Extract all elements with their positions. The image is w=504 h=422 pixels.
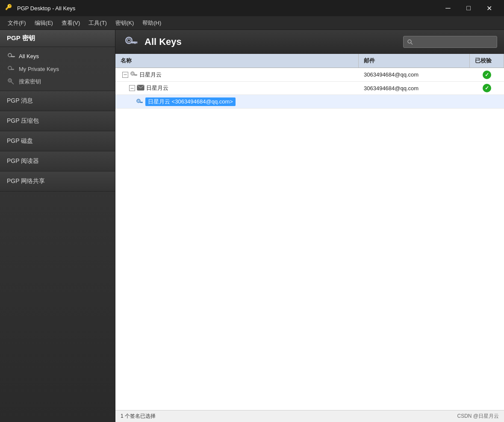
svg-point-10 <box>127 39 130 42</box>
my-private-keys-icon <box>7 65 15 73</box>
menu-tools[interactable]: 工具(T) <box>84 18 111 29</box>
titlebar: 🔑 PGP Desktop - All Keys ─ □ ✕ <box>0 0 504 16</box>
svg-point-22 <box>137 99 140 103</box>
menubar: 文件(F) 编辑(E) 查看(V) 工具(T) 密钥(K) 帮助(H) <box>0 16 504 30</box>
sidebar-search-keys-label: 搜索密钥 <box>19 78 41 86</box>
email-cell <box>359 100 470 104</box>
minimize-button[interactable]: ─ <box>438 1 458 15</box>
svg-point-14 <box>408 40 411 43</box>
menu-file[interactable]: 文件(F) <box>3 18 30 29</box>
svg-point-6 <box>8 79 12 82</box>
keys-table: 名称 邮件 已校验 ─ <box>115 54 504 410</box>
maximize-button[interactable]: □ <box>459 1 478 15</box>
svg-point-7 <box>9 80 11 81</box>
sidebar: PGP 密钥 All Keys <box>0 30 115 422</box>
email-cell: 3063494684@qq.com <box>359 69 470 80</box>
svg-rect-12 <box>134 41 136 44</box>
search-keys-icon <box>7 77 15 86</box>
content-header: All Keys <box>115 30 504 54</box>
row-name: 日星月云 <box>139 71 162 79</box>
menu-help[interactable]: 帮助(H) <box>138 18 165 29</box>
menu-keys[interactable]: 密钥(K) <box>111 18 138 29</box>
subkey-icon <box>136 97 144 106</box>
status-bar: 1 个签名已选择 CSDN @日星月云 <box>115 410 504 422</box>
verified-cell: ✓ <box>470 82 504 94</box>
close-button[interactable]: ✕ <box>479 1 499 15</box>
status-right: CSDN @日星月云 <box>457 413 499 420</box>
search-box[interactable] <box>403 36 497 48</box>
col-email: 邮件 <box>359 54 470 68</box>
name-cell: 日星月云 <3063494684@qq.com> <box>115 95 359 108</box>
pgp-key-icon <box>130 70 138 79</box>
row-name: 日星月云 <3063494684@qq.com> <box>145 97 236 106</box>
verified-cell <box>470 100 504 104</box>
expand-button[interactable]: ─ <box>122 72 128 78</box>
search-icon <box>407 39 413 45</box>
content-title: All Keys <box>144 36 398 47</box>
sidebar-pgp-reader[interactable]: PGP 阅读器 <box>0 151 115 171</box>
verified-checkmark: ✓ <box>483 71 491 79</box>
sidebar-all-keys-label: All Keys <box>19 53 39 59</box>
svg-rect-5 <box>11 69 14 70</box>
table-row[interactable]: ─ 日星月云 3063494684@qq.com ✓ <box>115 82 504 95</box>
svg-point-16 <box>131 72 134 75</box>
svg-rect-25 <box>141 102 142 103</box>
content-header-icon <box>122 33 139 50</box>
verified-checkmark: ✓ <box>483 84 491 92</box>
email-value: 3063494684@qq.com <box>364 71 419 78</box>
svg-rect-3 <box>14 56 15 57</box>
expand-button[interactable]: ─ <box>129 85 135 91</box>
row-name: 日星月云 <box>146 84 168 92</box>
svg-point-23 <box>138 100 139 102</box>
col-name: 名称 <box>115 54 359 68</box>
svg-line-15 <box>411 43 413 44</box>
table-row[interactable]: ─ 日星月云 3 <box>115 68 504 82</box>
sidebar-pgp-keys-section: All Keys My Private Keys <box>0 47 115 91</box>
sidebar-item-my-private-keys[interactable]: My Private Keys <box>0 62 115 75</box>
sidebar-pgp-zip[interactable]: PGP 压缩包 <box>0 111 115 131</box>
window-title: PGP Desktop - All Keys <box>17 5 438 12</box>
svg-rect-19 <box>136 74 136 76</box>
svg-rect-2 <box>13 56 14 57</box>
sidebar-pgp-keys-header: PGP 密钥 <box>0 30 115 47</box>
sidebar-pgp-disk[interactable]: PGP 磁盘 <box>0 131 115 151</box>
verified-cell: ✓ <box>470 68 504 81</box>
name-cell: ─ 日星月云 <box>115 82 359 94</box>
svg-rect-13 <box>136 41 138 44</box>
content-area: All Keys 名称 邮件 已校验 ─ <box>115 30 504 422</box>
email-icon <box>137 85 144 92</box>
svg-point-17 <box>132 73 133 74</box>
menu-view[interactable]: 查看(V) <box>57 18 84 29</box>
sidebar-pgp-messages[interactable]: PGP 消息 <box>0 91 115 111</box>
email-value: 3063494684@qq.com <box>364 85 419 91</box>
table-row[interactable]: 日星月云 <3063494684@qq.com> <box>115 95 504 109</box>
all-keys-icon <box>7 52 15 60</box>
svg-rect-20 <box>137 74 138 76</box>
table-header: 名称 邮件 已校验 <box>115 54 504 68</box>
col-verified: 已校验 <box>470 54 504 68</box>
menu-edit[interactable]: 编辑(E) <box>30 18 57 29</box>
svg-line-8 <box>11 82 14 84</box>
main-layout: PGP 密钥 All Keys <box>0 30 504 422</box>
app-icon: 🔑 <box>5 4 14 12</box>
window-controls: ─ □ ✕ <box>438 1 499 15</box>
sidebar-item-search-keys[interactable]: 搜索密钥 <box>0 75 115 88</box>
email-cell: 3063494684@qq.com <box>359 83 470 94</box>
name-cell: ─ 日星月云 <box>115 68 359 81</box>
sidebar-pgp-network[interactable]: PGP 网络共享 <box>0 171 115 192</box>
search-input[interactable] <box>413 39 493 45</box>
status-left: 1 个签名已选择 <box>121 413 156 420</box>
sidebar-item-all-keys[interactable]: All Keys <box>0 50 115 62</box>
sidebar-my-private-keys-label: My Private Keys <box>19 66 59 72</box>
